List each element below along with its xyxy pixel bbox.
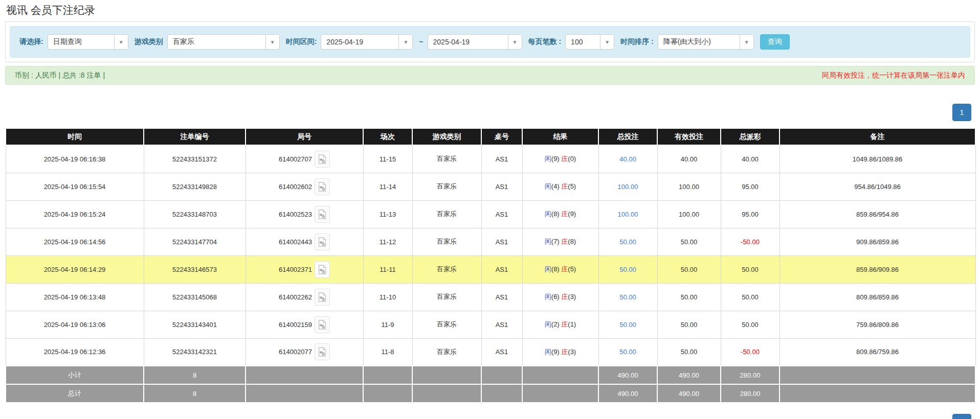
query-type-select[interactable]: 日期查询 ▼ [48, 34, 128, 50]
cell-session: 11-13 [363, 200, 412, 228]
banker-result: 庄 [561, 293, 568, 300]
video-replay-button[interactable] [315, 178, 330, 195]
valid-bet-notice-text: 同局有效投注，统一计算在该局第一张注单内 [822, 71, 965, 80]
video-replay-button[interactable] [315, 261, 330, 278]
cell-remark: 809.86/859.86 [779, 283, 975, 311]
game-type-select[interactable]: 百家乐 ▼ [167, 34, 280, 50]
per-page-label: 每页笔数 : [528, 37, 562, 46]
cell-result: 闲(7) 庄(8) [522, 228, 598, 255]
cell-bet-id: 522433143401 [144, 311, 246, 338]
cell-session: 11-9 [363, 311, 412, 338]
cell-round-id: 614002077 [246, 338, 363, 366]
cell-valid-bet: 50.00 [657, 338, 721, 366]
cell-round-id: 614002443 [246, 228, 363, 255]
video-replay-button[interactable] [315, 234, 330, 250]
cell-result: 闲(4) 庄(5) [522, 173, 598, 200]
column-header: 场次 [363, 128, 412, 145]
cell-table-no: AS1 [481, 173, 522, 200]
video-replay-button[interactable] [315, 343, 330, 360]
cell-session: 11-8 [363, 338, 412, 366]
search-button[interactable]: 查询 [760, 34, 790, 50]
total-bet-link[interactable]: 100.00 [618, 183, 638, 191]
time-range-label: 时间区间: [286, 37, 317, 46]
summary-cell [246, 384, 363, 403]
summary-cell [481, 366, 522, 384]
cell-game-type: 百家乐 [412, 145, 481, 173]
chevron-down-icon[interactable]: ▼ [740, 35, 753, 49]
cell-remark: 859.86/954.86 [779, 200, 975, 228]
chevron-down-icon[interactable]: ▼ [508, 35, 522, 49]
summary-cell: 8 [144, 366, 246, 384]
summary-cell: 280.00 [721, 366, 779, 384]
column-header: 时间 [6, 128, 144, 145]
cell-time: 2025-04-19 06:13:48 [6, 283, 144, 311]
video-replay-button[interactable] [315, 316, 330, 333]
cell-bet-id: 522433151372 [144, 145, 246, 173]
player-result: 闲 [545, 155, 551, 162]
time-sort-label: 时间排序 : [620, 37, 654, 46]
cell-total-bet: 100.00 [598, 200, 657, 228]
pagination-page-1-top[interactable]: 1 [952, 104, 971, 121]
cell-result: 闲(6) 庄(3) [522, 283, 598, 311]
summary-cell [522, 366, 598, 384]
cell-time: 2025-04-19 06:15:54 [6, 173, 144, 200]
total-bet-link[interactable]: 50.00 [619, 321, 636, 329]
banker-result: 庄 [561, 210, 568, 218]
cell-table-no: AS1 [481, 228, 522, 255]
video-replay-icon [318, 210, 326, 219]
column-header: 桌号 [481, 128, 522, 145]
currency-total-text: 币别 : 人民币 | 总共 :8 注单 | [15, 71, 105, 80]
chevron-down-icon[interactable]: ▼ [600, 35, 614, 49]
total-bet-link[interactable]: 50.00 [619, 266, 636, 273]
cell-valid-bet: 40.00 [657, 145, 721, 173]
cell-session: 11-11 [363, 255, 412, 283]
per-page-select[interactable]: 100 ▼ [565, 34, 614, 50]
time-sort-select[interactable]: 降幂(由大到小) ▼ [658, 34, 754, 50]
video-replay-button[interactable] [315, 206, 330, 223]
subtotal-row: 小计8490.00490.00280.00 [6, 366, 975, 384]
video-replay-button[interactable] [315, 289, 330, 306]
cell-payout: 95.00 [721, 173, 779, 200]
player-result: 闲 [545, 238, 551, 245]
total-row: 总计8490.00490.00280.00 [6, 384, 975, 403]
chevron-down-icon[interactable]: ▼ [114, 35, 128, 49]
table-row: 2025-04-19 06:14:29522433146573614002371… [6, 255, 975, 283]
cell-table-no: AS1 [481, 311, 522, 338]
cell-round-id: 614002262 [246, 283, 363, 311]
game-type-label: 游戏类别 [135, 37, 163, 46]
total-bet-link[interactable]: 50.00 [619, 238, 636, 246]
summary-cell [779, 366, 975, 384]
cell-valid-bet: 50.00 [657, 228, 721, 255]
cell-session: 11-10 [363, 283, 412, 311]
cell-remark: 809.86/759.86 [779, 338, 975, 366]
total-bet-link[interactable]: 100.00 [618, 211, 638, 218]
summary-cell [779, 384, 975, 403]
summary-cell: 490.00 [598, 366, 657, 384]
chevron-down-icon[interactable]: ▼ [265, 35, 279, 49]
total-bet-link[interactable]: 50.00 [619, 293, 636, 301]
column-header: 总派彩 [721, 128, 779, 145]
date-from-select[interactable]: 2025-04-19 ▼ [321, 34, 413, 50]
cell-table-no: AS1 [481, 200, 522, 228]
table-row: 2025-04-19 06:13:48522433145068614002262… [6, 283, 975, 311]
cell-session: 11-12 [363, 228, 412, 255]
cell-table-no: AS1 [481, 145, 522, 173]
date-to-select[interactable]: 2025-04-19 ▼ [428, 34, 522, 50]
query-type-label: 请选择: [19, 37, 43, 46]
cell-time: 2025-04-19 06:16:38 [6, 145, 144, 173]
cell-round-id: 614002707 [246, 145, 363, 173]
chevron-down-icon[interactable]: ▼ [398, 35, 412, 49]
pagination-page-1-bottom[interactable]: 1 [952, 414, 971, 419]
total-bet-link[interactable]: 50.00 [619, 348, 636, 356]
total-bet-link[interactable]: 40.00 [619, 155, 636, 163]
table-body: 2025-04-19 06:16:38522433151372614002707… [6, 145, 975, 403]
banker-result: 庄 [561, 238, 568, 245]
banker-result: 庄 [561, 182, 568, 190]
cell-table-no: AS1 [481, 283, 522, 311]
cell-payout: 50.00 [721, 255, 779, 283]
summary-cell: 8 [144, 384, 246, 403]
video-replay-button[interactable] [315, 151, 330, 168]
cell-result: 闲(8) 庄(5) [522, 255, 598, 283]
column-header: 局号 [246, 128, 363, 145]
cell-game-type: 百家乐 [412, 311, 481, 338]
